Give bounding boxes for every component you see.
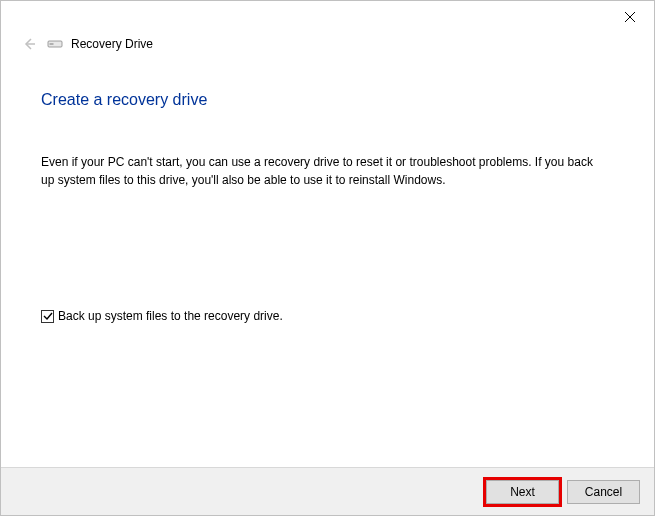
page-description: Even if your PC can't start, you can use… (41, 153, 601, 189)
drive-icon (47, 38, 63, 50)
checkmark-icon (43, 311, 53, 321)
content-area: Create a recovery drive Even if your PC … (1, 57, 654, 323)
backup-checkbox-label[interactable]: Back up system files to the recovery dri… (58, 309, 283, 323)
titlebar (1, 1, 654, 31)
cancel-button[interactable]: Cancel (567, 480, 640, 504)
header-row: Recovery Drive (1, 31, 654, 57)
backup-checkbox[interactable] (41, 310, 54, 323)
back-button[interactable] (19, 34, 39, 54)
backup-checkbox-row: Back up system files to the recovery dri… (41, 309, 614, 323)
page-heading: Create a recovery drive (41, 91, 614, 109)
window-title: Recovery Drive (71, 37, 153, 51)
next-button[interactable]: Next (486, 480, 559, 504)
footer: Next Cancel (1, 467, 654, 515)
close-button[interactable] (607, 3, 652, 31)
back-arrow-icon (21, 36, 37, 52)
close-icon (625, 12, 635, 22)
svg-rect-4 (50, 43, 54, 45)
